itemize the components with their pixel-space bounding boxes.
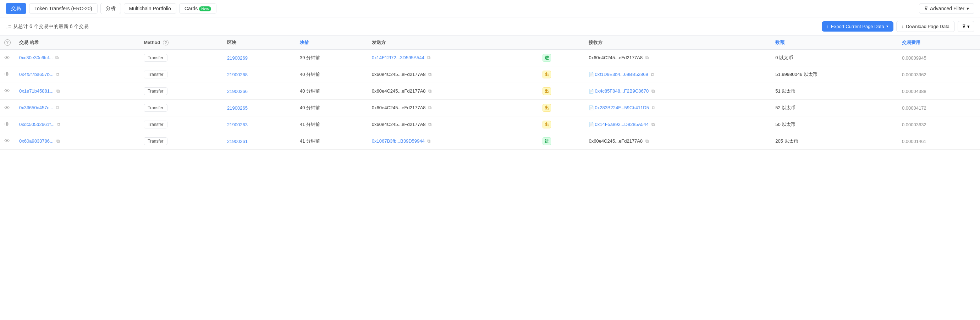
from-cell: 0x14F12f72...3D595A544 ⧉ [368, 50, 539, 66]
copy-hash-icon[interactable]: ⧉ [56, 105, 59, 111]
tx-hash-link[interactable]: 0x4f5f7ba657b... [19, 72, 54, 77]
method-badge: Transfer [144, 71, 167, 78]
sort-icon: ↓= [6, 24, 11, 29]
tab-transactions[interactable]: 交易 [6, 3, 26, 14]
hash-cell: 0x60a9833786... ⧉ [15, 133, 140, 150]
fee-cell: 0.00003632 [898, 116, 980, 133]
fee-cell: 0.00009945 [898, 50, 980, 66]
method-cell: Transfer [140, 50, 223, 66]
copy-to-icon[interactable]: ⧉ [651, 88, 655, 94]
direction-badge: 进 [542, 137, 551, 145]
tab-token-transfers[interactable]: Token Transfers (ERC-20) [29, 3, 97, 14]
copy-from-icon[interactable]: ⧉ [427, 55, 430, 60]
col-header-age[interactable]: 块龄 [296, 36, 368, 50]
filter-button[interactable]: ⊽ ▾ [958, 21, 974, 32]
copy-hash-icon[interactable]: ⧉ [55, 55, 59, 60]
filter-funnel-icon: ⊽ [924, 6, 928, 11]
toolbar-summary: ↓= 从总计 6 个交易中的最新 6 个交易 [6, 24, 89, 30]
tab-analysis[interactable]: 分析 [100, 3, 121, 14]
block-link[interactable]: 21900269 [227, 55, 248, 60]
amount-cell: 51.99980046 以太币 [771, 66, 898, 83]
col-header-hash: 交易 哈希 [15, 36, 140, 50]
block-link[interactable]: 21900263 [227, 122, 248, 127]
to-cell: 0x60e4C245...eFd2177A8 ⧉ [584, 50, 771, 66]
copy-from-icon[interactable]: ⧉ [428, 122, 431, 127]
tx-hash-link[interactable]: 0x1e71b45881... [19, 88, 54, 94]
to-address-link[interactable]: 0xf1D9E3b4...69BB52869 [595, 72, 648, 77]
direction-badge: 出 [542, 104, 551, 112]
eye-cell: 👁 [0, 66, 15, 83]
to-address-link[interactable]: 0x14F5a892...D8285A544 [595, 122, 649, 127]
tx-hash-link[interactable]: 0x60a9833786... [19, 139, 54, 144]
top-navigation: 交易 Token Transfers (ERC-20) 分析 Multichai… [0, 0, 980, 18]
download-button[interactable]: ↓ Download Page Data [896, 21, 955, 32]
eye-icon[interactable]: 👁 [4, 138, 10, 144]
eye-icon[interactable]: 👁 [4, 88, 10, 94]
copy-hash-icon[interactable]: ⧉ [56, 139, 60, 144]
to-address-link[interactable]: 0x4c85F848...F2B9C8670 [595, 88, 649, 94]
from-cell: 0x60e4C245...eFd2177A8 ⧉ [368, 116, 539, 133]
block-cell: 21900268 [223, 66, 296, 83]
copy-from-icon[interactable]: ⧉ [428, 88, 431, 94]
from-address: 0x60e4C245...eFd2177A8 [372, 122, 426, 127]
direction-badge: 出 [542, 121, 551, 129]
eye-icon[interactable]: 👁 [4, 121, 10, 128]
method-badge: Transfer [144, 104, 167, 112]
eye-cell: 👁 [0, 116, 15, 133]
copy-hash-icon[interactable]: ⧉ [56, 72, 59, 77]
toolbar: ↓= 从总计 6 个交易中的最新 6 个交易 ↑ Export Current … [0, 18, 980, 36]
direction-badge: 出 [542, 87, 551, 95]
to-cell: 📄0x4c85F848...F2B9C8670 ⧉ [584, 83, 771, 100]
to-address-link[interactable]: 0x283B224F...59Cb411D5 [595, 105, 649, 110]
amount-cell: 205 以太币 [771, 133, 898, 150]
block-link[interactable]: 21900261 [227, 139, 248, 144]
from-address-link[interactable]: 0x14F12f72...3D595A544 [372, 55, 424, 60]
copy-to-icon[interactable]: ⧉ [652, 105, 655, 111]
fee-cell: 0.00001461 [898, 133, 980, 150]
col-header-dir [538, 36, 584, 50]
export-icon: ↑ [827, 24, 829, 29]
method-badge: Transfer [144, 87, 167, 95]
col-header-amount[interactable]: 数额 [771, 36, 898, 50]
block-link[interactable]: 21900268 [227, 72, 248, 77]
tx-hash-link[interactable]: 0xdc505d2661f... [19, 122, 55, 127]
copy-to-icon[interactable]: ⧉ [651, 122, 655, 127]
table-row: 👁 0xc30e30c6fcf... ⧉ Transfer 21900269 3… [0, 50, 980, 66]
method-help-icon[interactable]: ? [163, 40, 169, 45]
from-cell: 0x60e4C245...eFd2177A8 ⧉ [368, 66, 539, 83]
eye-icon[interactable]: 👁 [4, 105, 10, 111]
tx-hash-link[interactable]: 0xc30e30c6fcf... [19, 55, 53, 60]
eye-icon[interactable]: 👁 [4, 71, 10, 78]
export-chevron-icon: ▾ [886, 24, 888, 29]
copy-hash-icon[interactable]: ⧉ [56, 88, 60, 94]
copy-from-icon[interactable]: ⧉ [428, 72, 431, 77]
block-link[interactable]: 21900265 [227, 105, 248, 111]
advanced-filter-button[interactable]: ⊽ Advanced Filter ▾ [919, 3, 974, 14]
method-badge: Transfer [144, 54, 167, 62]
copy-from-icon[interactable]: ⧉ [427, 139, 430, 144]
block-link[interactable]: 21900266 [227, 89, 248, 94]
copy-to-icon[interactable]: ⧉ [646, 139, 649, 144]
transactions-table: ? 交易 哈希 Method ? 区块 块龄 发送方 [0, 36, 980, 150]
question-icon: ? [4, 39, 11, 46]
col-header-fee[interactable]: 交易费用 [898, 36, 980, 50]
age-cell: 40 分钟前 [296, 100, 368, 116]
copy-to-icon[interactable]: ⧉ [646, 55, 649, 60]
tab-multichain[interactable]: Multichain Portfolio [124, 3, 177, 14]
summary-text: 从总计 6 个交易中的最新 6 个交易 [13, 24, 89, 30]
table-row: 👁 0xdc505d2661f... ⧉ Transfer 21900263 4… [0, 116, 980, 133]
table-row: 👁 0x4f5f7ba657b... ⧉ Transfer 21900268 4… [0, 66, 980, 83]
copy-hash-icon[interactable]: ⧉ [57, 122, 60, 127]
method-cell: Transfer [140, 116, 223, 133]
fee-cell: 0.00004388 [898, 83, 980, 100]
copy-to-icon[interactable]: ⧉ [651, 72, 654, 77]
table-row: 👁 0x3ff650d457c... ⧉ Transfer 21900265 4… [0, 100, 980, 116]
col-header-block: 区块 [223, 36, 296, 50]
copy-from-icon[interactable]: ⧉ [428, 105, 431, 111]
tab-cards[interactable]: CardsNew [179, 3, 216, 14]
export-button[interactable]: ↑ Export Current Page Data ▾ [822, 21, 893, 32]
from-address-link[interactable]: 0x1067B3fb...B39D59944 [372, 139, 425, 144]
eye-icon[interactable]: 👁 [4, 55, 10, 61]
table-row: 👁 0x1e71b45881... ⧉ Transfer 21900266 40… [0, 83, 980, 100]
tx-hash-link[interactable]: 0x3ff650d457c... [19, 105, 53, 110]
